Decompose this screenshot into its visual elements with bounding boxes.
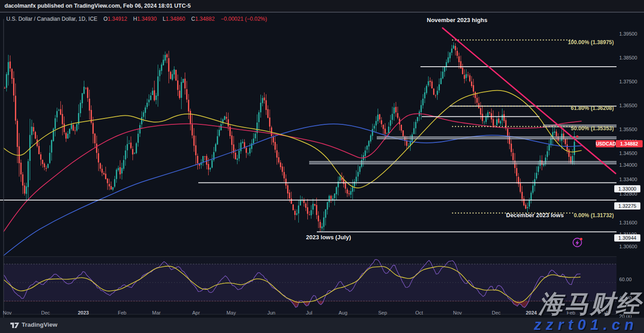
price-axis-label: 1.37500: [619, 79, 637, 84]
symbol-title[interactable]: U.S. Dollar / Canadian Dollar, 1D, ICE: [6, 16, 97, 22]
time-axis-month-label: Dec: [36, 310, 55, 315]
time-axis-month-label: Dec: [486, 310, 506, 315]
time-axis-year-label: 2023: [73, 310, 93, 315]
open-label: O: [103, 16, 107, 22]
close-value: 1.34882: [195, 16, 215, 22]
fib-level-label: 61.80% (1.36208): [571, 105, 614, 111]
annotation-december-2023-lows: December 2023 lows: [506, 212, 564, 219]
close-label: C: [191, 16, 195, 22]
fib-level-label: 0.00% (1.31732): [574, 212, 614, 219]
time-axis-month-label: Jun: [261, 310, 281, 315]
flash-reactions-icon[interactable]: [571, 236, 585, 251]
annotation-november-2023-highs: November 2023 highs: [427, 17, 487, 23]
indicator-axis-label: 40.00: [619, 295, 632, 301]
time-axis-month-label: Feb: [112, 310, 132, 315]
publish-info-text: dacolmanfx published on TradingView.com,…: [5, 3, 191, 9]
high-value: 1.34930: [137, 16, 156, 22]
price-axis-label: 1.34000: [619, 162, 637, 168]
tradingview-wordmark[interactable]: TradingView: [22, 321, 57, 328]
time-axis-month-label: Nov: [448, 310, 467, 315]
time-axis-month-label: Aug: [333, 310, 353, 315]
time-axis-month-label: Nov: [0, 310, 17, 315]
price-level-boxed-label: 1.33000: [614, 185, 640, 192]
time-axis-month-label: Feb: [561, 310, 581, 315]
change-value: −0.00021 (−0.02%): [221, 16, 267, 22]
footer-bar: TradingView: [0, 318, 644, 333]
annotation-2023-lows-july: 2023 lows (July): [306, 234, 351, 241]
time-axis-month-label: Mar: [598, 310, 618, 315]
time-axis-month-label: Jul: [299, 310, 319, 315]
chart-container[interactable]: U.S. Dollar / Canadian Dollar, 1D, ICE O…: [0, 13, 644, 318]
ticker-last-price: 1.34882: [616, 140, 643, 147]
low-value: 1.34860: [166, 16, 185, 22]
lightning-glyph: [575, 240, 579, 246]
ticker-symbol-tag: USDCAD: [596, 140, 615, 147]
price-axis-label: 1.33400: [619, 177, 637, 182]
time-axis-month-label: May: [221, 310, 241, 315]
notification-dot: [580, 238, 583, 241]
price-level-boxed-label: 1.32275: [614, 202, 640, 210]
time-axis-year-label: 2024: [521, 310, 541, 315]
price-axis-label: 1.36500: [619, 103, 637, 108]
time-axis-month-label: Apr: [186, 310, 206, 315]
fib-level-label: 50.00% (1.35353): [571, 125, 614, 132]
time-axis-month-label: Oct: [409, 310, 429, 315]
fib-level-label: 100.00% (1.38975): [568, 39, 614, 46]
publish-info-bar: dacolmanfx published on TradingView.com,…: [0, 0, 644, 13]
price-axis-label: 1.34500: [619, 151, 637, 156]
price-level-boxed-label: 1.30944: [614, 234, 640, 242]
tradingview-logo-icon[interactable]: [10, 322, 19, 329]
price-axis-label: 1.35500: [619, 127, 637, 132]
low-label: L: [163, 16, 166, 22]
price-axis-label: 1.30600: [619, 244, 637, 249]
price-axis-label: 1.31600: [619, 220, 637, 225]
candlestick-chart-svg[interactable]: [0, 13, 644, 333]
price-axis-label: 1.39500: [619, 31, 637, 36]
time-axis-month-label: Sep: [373, 310, 393, 315]
tradingview-published-chart: dacolmanfx published on TradingView.com,…: [0, 0, 644, 333]
open-value: 1.34912: [108, 16, 127, 22]
time-axis-month-label: Mar: [146, 310, 166, 315]
price-axis-label: 1.38500: [619, 55, 637, 60]
high-label: H: [133, 16, 137, 22]
symbol-header: U.S. Dollar / Canadian Dollar, 1D, ICE O…: [6, 16, 267, 22]
indicator-axis-label: 60.00: [619, 277, 632, 282]
